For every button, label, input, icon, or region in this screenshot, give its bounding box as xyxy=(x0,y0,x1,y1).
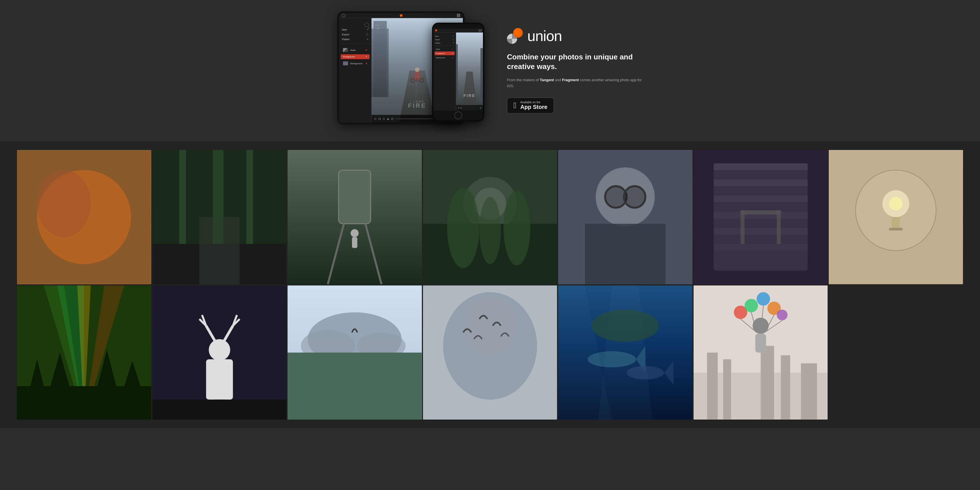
svg-text:FIRE: FIRE xyxy=(408,102,426,109)
svg-rect-13 xyxy=(415,72,420,79)
svg-rect-59 xyxy=(714,195,808,202)
svg-point-109 xyxy=(592,310,659,342)
iphone-info-icon[interactable] xyxy=(460,107,462,109)
iphone-toolbar xyxy=(456,105,483,111)
iphone-zoom-icon[interactable] xyxy=(480,107,481,109)
svg-rect-54 xyxy=(585,224,666,284)
union-logo-icon xyxy=(507,28,523,44)
svg-rect-41 xyxy=(352,237,357,248)
svg-rect-58 xyxy=(714,179,808,186)
svg-rect-3 xyxy=(375,25,377,26)
gallery-item[interactable] xyxy=(694,150,828,284)
gallery-item[interactable] xyxy=(153,150,287,284)
svg-rect-57 xyxy=(714,163,808,170)
ipad-tool-icons xyxy=(374,118,393,120)
tool-square-icon[interactable] xyxy=(391,118,393,120)
ipad-sidebar: New + Export ⬡ Flatten ≡ xyxy=(339,18,372,123)
gallery-item[interactable] xyxy=(558,286,692,420)
svg-rect-116 xyxy=(801,363,817,420)
ipad-layer-background[interactable]: Background ✕ xyxy=(341,60,369,67)
gallery-item[interactable] xyxy=(423,150,557,284)
ipad-search-icon xyxy=(364,22,369,27)
ipad-menu-flatten[interactable]: Flatten ≡ xyxy=(339,37,371,41)
svg-rect-93 xyxy=(153,399,287,420)
tool-brush-icon[interactable] xyxy=(374,118,376,120)
ipad-layer-foreground[interactable]: Foreground ✕ xyxy=(341,54,369,59)
gallery-section xyxy=(0,142,980,428)
gallery-item[interactable] xyxy=(694,286,828,420)
ipad-layer-mask[interactable]: Mask ✕ xyxy=(341,47,369,53)
brand-content: union Combine your photos in unique and … xyxy=(507,28,643,113)
gallery-item[interactable] xyxy=(17,286,151,420)
svg-rect-83 xyxy=(206,359,233,399)
gallery-item[interactable] xyxy=(153,286,287,420)
svg-rect-69 xyxy=(892,217,900,228)
svg-rect-61 xyxy=(714,228,808,235)
gallery-item[interactable] xyxy=(558,150,692,284)
iphone-grid-icon xyxy=(479,29,481,32)
iphone-menu-export[interactable]: Export ⬡ xyxy=(433,38,456,41)
hero-subtext: From the makers of Tangent and Fragment … xyxy=(507,77,643,89)
ipad-menu-export[interactable]: Export ⬡ xyxy=(339,32,371,37)
svg-point-121 xyxy=(757,292,770,305)
tool-circle-icon[interactable] xyxy=(383,118,385,120)
svg-rect-4 xyxy=(378,25,379,26)
svg-point-46 xyxy=(447,188,479,268)
logo-orange-circle xyxy=(513,28,523,38)
app-store-available-text: Available on the xyxy=(520,101,547,104)
svg-rect-5 xyxy=(375,28,377,29)
hero-headline: Combine your photos in unique and creati… xyxy=(507,52,643,72)
app-store-button[interactable]:  Available on the App Store xyxy=(507,97,554,113)
tool-mask-icon[interactable] xyxy=(387,118,389,120)
gallery-grid xyxy=(17,150,963,420)
svg-rect-2 xyxy=(374,21,387,97)
ipad-home-button xyxy=(342,14,345,17)
svg-point-101 xyxy=(463,296,517,355)
iphone-menu-flatten[interactable]: Flatten ≡ xyxy=(433,41,456,45)
svg-point-120 xyxy=(745,299,758,312)
svg-point-52 xyxy=(624,186,646,207)
gallery-item[interactable] xyxy=(288,286,422,420)
iphone-tool-icons xyxy=(458,107,462,109)
iphone-sidebar: New + Export ⬡ Flatten ≡ xyxy=(433,32,456,111)
svg-rect-6 xyxy=(378,28,379,29)
svg-point-27 xyxy=(37,170,91,237)
iphone-home-button[interactable] xyxy=(454,112,462,120)
svg-point-40 xyxy=(351,229,358,237)
svg-rect-62 xyxy=(714,244,808,251)
iphone-layer-background[interactable]: Background ✕ xyxy=(434,56,455,59)
iphone-menu-new[interactable]: New + xyxy=(433,34,456,38)
gallery-item[interactable] xyxy=(17,150,151,284)
iphone-help-icon[interactable] xyxy=(458,107,459,109)
svg-text:/ LANE: / LANE xyxy=(410,100,425,103)
gallery-item[interactable] xyxy=(829,150,963,284)
svg-rect-64 xyxy=(740,211,745,244)
devices-mockup: New + Export ⬡ Flatten ≡ xyxy=(337,11,484,130)
iphone-layer-foreground[interactable]: Foreground ✕ xyxy=(434,51,455,55)
svg-rect-22 xyxy=(480,48,483,103)
svg-rect-70 xyxy=(889,228,902,230)
svg-rect-34 xyxy=(199,217,240,284)
gallery-item[interactable] xyxy=(423,286,557,420)
svg-point-47 xyxy=(503,190,530,265)
iphone-mockup: New + Export ⬡ Flatten ≡ xyxy=(432,22,484,122)
svg-rect-112 xyxy=(707,353,718,420)
svg-rect-77 xyxy=(17,386,151,420)
brand-name: union xyxy=(527,29,562,43)
svg-point-12 xyxy=(415,67,419,72)
iphone-main-canvas: FIRE xyxy=(456,32,483,111)
iphone-layer-mask[interactable]: Mask ✕ xyxy=(434,47,455,51)
ipad-grid-icon xyxy=(457,14,460,17)
gallery-item[interactable] xyxy=(288,150,422,284)
ipad-menu-new[interactable]: New + xyxy=(339,27,371,32)
svg-rect-21 xyxy=(456,44,458,99)
svg-rect-115 xyxy=(781,355,790,420)
svg-rect-98 xyxy=(288,353,422,420)
svg-rect-63 xyxy=(740,211,781,214)
brand-logo: union xyxy=(507,28,643,44)
svg-point-71 xyxy=(889,197,902,210)
tool-eraser-icon[interactable] xyxy=(379,118,380,120)
svg-text:FIRE: FIRE xyxy=(463,94,475,98)
svg-rect-65 xyxy=(777,211,781,244)
iphone-status-dot xyxy=(435,29,437,31)
